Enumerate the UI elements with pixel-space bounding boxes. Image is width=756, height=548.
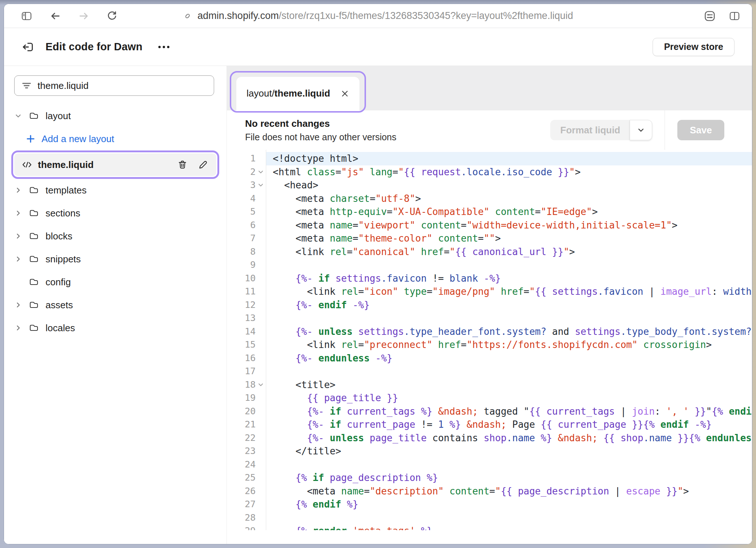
rename-file-button[interactable] bbox=[197, 159, 208, 170]
plus-icon bbox=[26, 134, 35, 144]
tree-folder-assets[interactable]: assets bbox=[14, 297, 216, 313]
add-new-layout-link[interactable]: Add a new layout bbox=[14, 130, 216, 147]
tab-bar: layout/theme.liquid bbox=[227, 66, 752, 110]
tree-folder-templates[interactable]: templates bbox=[14, 182, 216, 199]
code-line[interactable]: {%- endif -%} bbox=[266, 298, 752, 312]
file-search-box[interactable] bbox=[14, 75, 214, 96]
close-icon bbox=[340, 89, 349, 98]
code-line[interactable]: {%- if current_page != 1 %} &ndash; Page… bbox=[266, 418, 752, 431]
fold-toggle-icon[interactable] bbox=[258, 169, 264, 175]
preview-store-button[interactable]: Preview store bbox=[653, 38, 735, 56]
tree-folder-layout[interactable]: layout bbox=[14, 107, 216, 124]
code-line[interactable]: <!doctype html> bbox=[266, 152, 752, 165]
tab-focus-ring: layout/theme.liquid bbox=[230, 71, 366, 113]
tree-folder-label: snippets bbox=[46, 254, 81, 265]
tree-folder-sections[interactable]: sections bbox=[14, 205, 216, 222]
chevron-right-icon bbox=[14, 324, 22, 332]
overflow-menu-button[interactable] bbox=[158, 45, 170, 49]
tree-folder-config[interactable]: config bbox=[14, 274, 216, 290]
format-liquid-button[interactable]: Format liquid bbox=[550, 120, 631, 140]
gutter-line: 3 bbox=[227, 179, 266, 192]
code-line[interactable] bbox=[266, 258, 752, 272]
delete-file-button[interactable] bbox=[177, 159, 188, 170]
save-button[interactable]: Save bbox=[677, 120, 724, 140]
folder-icon bbox=[28, 277, 39, 287]
tab-layout-theme-liquid[interactable]: layout/theme.liquid bbox=[236, 77, 359, 110]
gutter-line: 7 bbox=[227, 232, 266, 245]
tree-folder-locales[interactable]: locales bbox=[14, 320, 216, 336]
code-line[interactable]: </title> bbox=[266, 445, 752, 458]
gutter-line: 10 bbox=[227, 272, 266, 285]
code-line[interactable]: <title> bbox=[266, 378, 752, 392]
file-item-theme-liquid[interactable]: theme.liquid bbox=[14, 153, 216, 176]
gutter-line: 15 bbox=[227, 338, 266, 352]
ellipsis-icon bbox=[158, 45, 170, 49]
toolbar-divider bbox=[665, 110, 665, 150]
code-line[interactable]: {{ page_title }} bbox=[266, 391, 752, 405]
code-line[interactable] bbox=[266, 312, 752, 325]
fold-toggle[interactable] bbox=[258, 382, 264, 387]
chevron-down-icon bbox=[637, 126, 645, 134]
tree-folder-blocks[interactable]: blocks bbox=[14, 228, 216, 244]
status-title: No recent changes bbox=[245, 118, 397, 129]
link-icon bbox=[183, 11, 192, 21]
code-line[interactable]: {%- if settings.favicon != blank -%} bbox=[266, 272, 752, 285]
gutter-line: 11 bbox=[227, 285, 266, 298]
code-line[interactable]: <link rel="preconnect" href="https://fon… bbox=[266, 338, 752, 352]
search-input[interactable] bbox=[38, 80, 207, 91]
code-line[interactable]: {%- if current_tags %} &ndash; tagged "{… bbox=[266, 405, 752, 418]
code-line[interactable]: <meta charset="utf-8"> bbox=[266, 192, 752, 206]
tab-close-button[interactable] bbox=[340, 89, 349, 98]
code-line[interactable]: <html class="js" lang="{{ request.locale… bbox=[266, 165, 752, 179]
editor-bottom-strip bbox=[227, 530, 752, 544]
add-new-layout-label: Add a new layout bbox=[42, 133, 114, 145]
code-line[interactable]: <meta http-equiv="X-UA-Compatible" conte… bbox=[266, 205, 752, 219]
exit-editor-button[interactable] bbox=[21, 40, 35, 54]
code-line[interactable]: <meta name="viewport" content="width=dev… bbox=[266, 219, 752, 232]
folder-icon bbox=[28, 231, 39, 241]
gutter-line: 23 bbox=[227, 445, 266, 458]
gutter-line: 8 bbox=[227, 245, 266, 259]
tree-folder-snippets[interactable]: snippets bbox=[14, 251, 216, 267]
code-line[interactable]: {% render 'meta-tags' %} bbox=[266, 524, 752, 530]
chevron-right-icon bbox=[14, 301, 22, 309]
format-liquid-split-button: Format liquid bbox=[550, 120, 653, 140]
format-options-dropdown[interactable] bbox=[630, 120, 652, 140]
code-line[interactable]: <link rel="icon" type="image/png" href="… bbox=[266, 285, 752, 298]
code-line[interactable]: {% endif %} bbox=[266, 498, 752, 511]
code-line[interactable]: {%- unless page_title contains shop.name… bbox=[266, 431, 752, 445]
code-line[interactable]: {% if page_description %} bbox=[266, 471, 752, 485]
fold-toggle[interactable] bbox=[258, 183, 264, 188]
folder-icon bbox=[28, 254, 39, 264]
fold-toggle-icon[interactable] bbox=[258, 382, 264, 387]
address-bar[interactable]: admin.shopify.com/store/rzq1xu-f5/themes… bbox=[4, 4, 752, 28]
code-line[interactable]: <link rel="canonical" href="{{ canonical… bbox=[266, 245, 752, 259]
browser-window: admin.shopify.com/store/rzq1xu-f5/themes… bbox=[4, 4, 752, 544]
chevron-right-icon bbox=[14, 187, 22, 194]
tree-folder-label: templates bbox=[46, 185, 87, 196]
code-line[interactable]: {%- unless settings.type_header_font.sys… bbox=[266, 325, 752, 338]
fold-toggle[interactable] bbox=[258, 169, 264, 175]
exit-icon bbox=[21, 40, 35, 54]
code-line[interactable] bbox=[266, 511, 752, 525]
code-line[interactable]: <meta name="theme-color" content=""> bbox=[266, 232, 752, 245]
gutter-line: 14 bbox=[227, 325, 266, 338]
code-line[interactable] bbox=[266, 458, 752, 471]
gutter-line: 29 bbox=[227, 524, 266, 530]
code-line[interactable]: {%- endunless -%} bbox=[266, 352, 752, 365]
folder-icon bbox=[28, 185, 39, 195]
tree-folder-label: assets bbox=[46, 300, 73, 311]
code-line[interactable]: <head> bbox=[266, 179, 752, 192]
gutter-line: 25 bbox=[227, 471, 266, 485]
tree-folder-label: config bbox=[46, 277, 71, 288]
code-lines[interactable]: <!doctype html><html class="js" lang="{{… bbox=[266, 150, 752, 530]
code-line[interactable]: <meta name="description" content="{{ pag… bbox=[266, 485, 752, 498]
fold-toggle-icon[interactable] bbox=[258, 183, 264, 188]
file-item-label: theme.liquid bbox=[38, 159, 94, 171]
code-editor[interactable]: 1234567891011121314151617181920212223242… bbox=[227, 150, 752, 530]
chevron-down-icon bbox=[14, 112, 22, 120]
trash-icon bbox=[177, 159, 188, 170]
code-line[interactable] bbox=[266, 365, 752, 378]
gutter-line: 19 bbox=[227, 391, 266, 405]
gutter-line: 2 bbox=[227, 165, 266, 179]
